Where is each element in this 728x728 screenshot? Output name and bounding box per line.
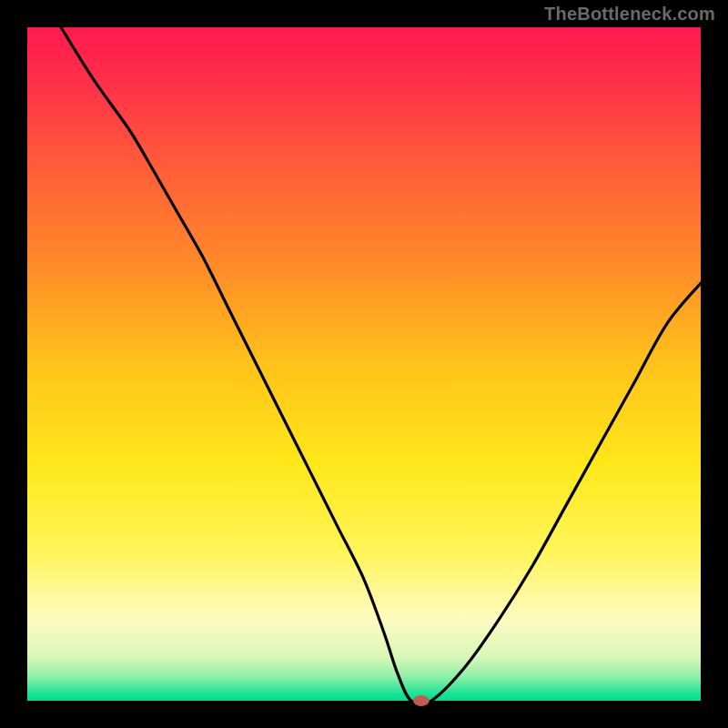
- chart-stage: TheBottleneck.com: [0, 0, 728, 728]
- watermark-text: TheBottleneck.com: [544, 4, 715, 25]
- bottleneck-chart: [0, 0, 728, 728]
- optimum-marker: [413, 695, 430, 706]
